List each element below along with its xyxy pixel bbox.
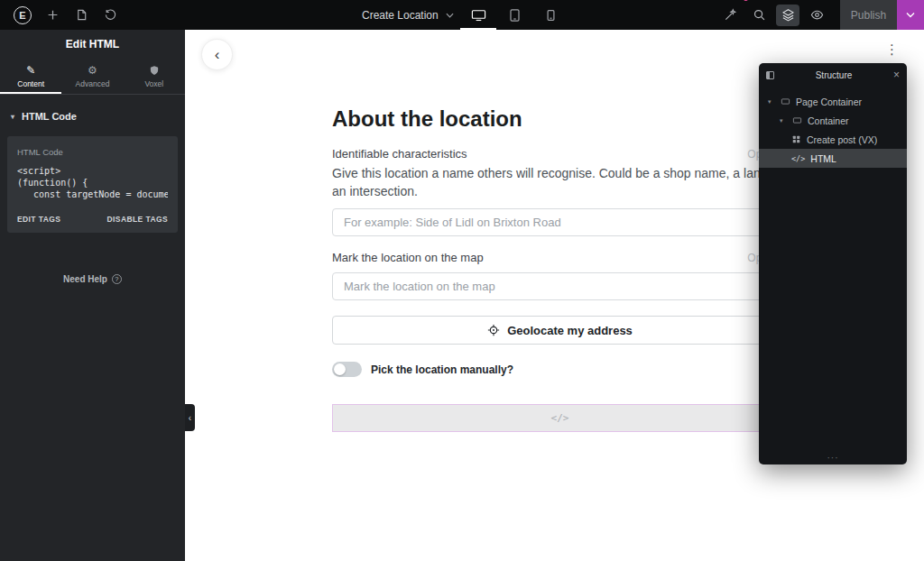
pencil-icon: ✎ [26, 64, 35, 77]
layers-icon [776, 5, 799, 26]
code-tag-actions: EDIT TAGS DISABLE TAGS [17, 215, 168, 224]
editor-panel: Edit HTML ✎ Content ⚙ Advanced Voxel ▾ H… [0, 30, 185, 561]
code-line: (function() { [17, 177, 168, 189]
tree-item-create-post[interactable]: Create post (VX) [759, 130, 907, 149]
tree-item-html-selected[interactable]: </> HTML [759, 149, 907, 168]
tree-item-label: Page Container [796, 97, 862, 107]
toggle-knob [334, 363, 346, 375]
structure-header: Structure × [759, 63, 907, 87]
topbar-right-group: Publish [716, 0, 924, 30]
tab-content[interactable]: ✎ Content [0, 59, 61, 94]
structure-title: Structure [780, 70, 888, 80]
field-label: Mark the location on the map [332, 251, 484, 264]
manual-location-toggle[interactable] [332, 362, 362, 377]
description-line: Give this location a name others will re… [332, 164, 788, 182]
voxel-shield-icon [149, 64, 160, 77]
map-location-input[interactable] [332, 272, 788, 300]
device-tablet-icon[interactable] [496, 0, 532, 30]
page-title: About the location [332, 106, 788, 133]
field-description: Give this location a name others will re… [332, 164, 788, 200]
structure-panel: Structure × ▾ Page Container ▾ Container… [759, 63, 907, 464]
panel-title: Edit HTML [0, 30, 185, 59]
toggle-label: Pick the location manually? [371, 363, 513, 376]
field-label-row: Mark the location on the map Optional [332, 251, 788, 264]
topbar-left-group: E [14, 0, 118, 30]
add-element-icon[interactable] [45, 7, 60, 23]
tree-item-label: Container [808, 115, 849, 126]
search-icon[interactable] [744, 0, 773, 30]
chevron-down-icon [906, 12, 915, 18]
chevron-left-icon: ‹ [215, 47, 220, 62]
html-code-section-header[interactable]: ▾ HTML Code [0, 95, 185, 136]
top-bar: E Create Location [0, 0, 924, 30]
description-line: an intersection. [332, 182, 788, 200]
code-editor-label: HTML Code [17, 147, 168, 157]
elementor-logo[interactable]: E [14, 6, 32, 24]
document-switcher[interactable]: Create Location [362, 0, 454, 30]
geolocate-label: Geolocate my address [507, 324, 633, 337]
dock-panel-icon[interactable] [766, 71, 774, 79]
location-form: About the location Identifiable characte… [332, 106, 788, 432]
code-line: <script> [17, 165, 168, 177]
ai-wand-icon[interactable] [716, 0, 744, 30]
caret-down-icon[interactable]: ▾ [780, 117, 787, 124]
tab-advanced[interactable]: ⚙ Advanced [61, 59, 123, 94]
caret-down-icon: ▾ [11, 113, 14, 121]
structure-tree: ▾ Page Container ▾ Container Create post… [759, 92, 907, 168]
close-icon[interactable]: × [893, 69, 900, 80]
tree-item-label: HTML [810, 153, 836, 164]
resize-handle[interactable]: ··· [759, 453, 907, 463]
preview-eye-icon[interactable] [802, 0, 831, 30]
panel-tabs: ✎ Content ⚙ Advanced Voxel [0, 59, 185, 95]
gear-icon: ⚙ [88, 64, 97, 77]
structure-toggle[interactable] [773, 0, 802, 30]
chevron-left-icon: ‹ [189, 413, 191, 423]
geolocate-crosshair-icon [487, 324, 500, 336]
grid-icon [791, 134, 801, 144]
kebab-menu-icon[interactable]: ⋮ [885, 41, 899, 58]
device-switcher [460, 0, 568, 30]
tree-item-page-container[interactable]: ▾ Page Container [759, 92, 907, 111]
container-icon [792, 115, 802, 125]
geolocate-button[interactable]: Geolocate my address [332, 316, 788, 345]
publish-label: Publish [851, 9, 886, 22]
logo-letter: E [19, 10, 25, 21]
section-title: HTML Code [22, 111, 77, 122]
manual-location-row: Pick the location manually? [332, 362, 788, 377]
disable-tags-button[interactable]: DISABLE TAGS [107, 215, 168, 224]
code-slash-icon: </> [551, 412, 569, 424]
publish-options-button[interactable] [897, 0, 924, 30]
tab-label: Advanced [76, 79, 110, 88]
code-content[interactable]: <script> (function() { const targetNode … [17, 165, 168, 200]
panel-collapse-handle[interactable]: ‹ [185, 404, 195, 431]
device-mobile-icon[interactable] [532, 0, 568, 30]
need-help-link[interactable]: Need Help ? [0, 274, 185, 284]
field-label-row: Identifiable characteristics Optional [332, 147, 788, 161]
tree-item-label: Create post (VX) [807, 134, 877, 145]
tab-label: Content [17, 79, 44, 88]
tab-label: Voxel [144, 79, 163, 88]
back-button[interactable]: ‹ [201, 39, 233, 70]
edit-tags-button[interactable]: EDIT TAGS [17, 215, 60, 224]
code-line: const targetNode = document.... [17, 189, 168, 200]
need-help-label: Need Help [63, 274, 107, 284]
caret-down-icon[interactable]: ▾ [768, 98, 775, 106]
chevron-down-icon [446, 13, 454, 18]
field-label: Identifiable characteristics [332, 147, 467, 161]
question-circle-icon: ? [112, 274, 122, 284]
page-template-icon[interactable] [74, 7, 89, 23]
tree-item-container[interactable]: ▾ Container [759, 111, 907, 130]
document-name: Create Location [362, 9, 439, 22]
characteristics-input[interactable] [332, 208, 788, 236]
history-icon[interactable] [103, 7, 118, 23]
device-desktop-icon[interactable] [460, 0, 496, 30]
selected-html-widget[interactable]: </> [332, 404, 788, 432]
code-slash-icon: </> [791, 154, 805, 163]
container-icon [781, 97, 790, 106]
tab-voxel[interactable]: Voxel [124, 59, 185, 94]
publish-button[interactable]: Publish [840, 0, 897, 30]
html-code-editor[interactable]: HTML Code <script> (function() { const t… [7, 136, 178, 233]
